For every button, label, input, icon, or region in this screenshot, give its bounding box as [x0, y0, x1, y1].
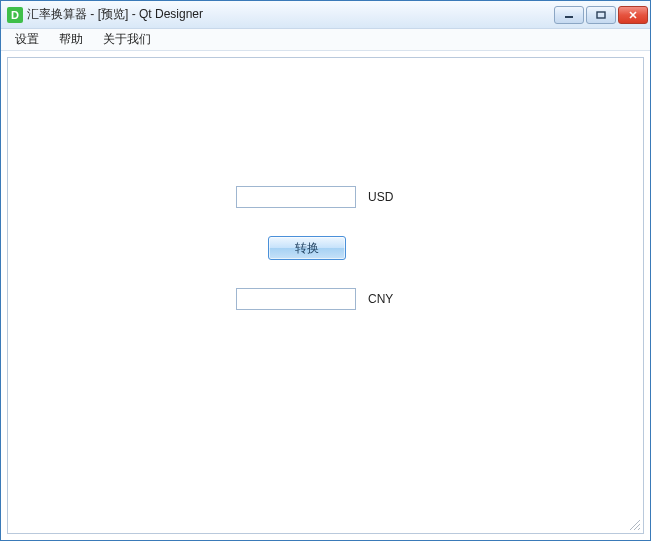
minimize-icon	[564, 11, 574, 19]
application-window: D 汇率换算器 - [预览] - Qt Designer 设置 帮助 关于我们 …	[0, 0, 651, 541]
resize-grip-icon[interactable]	[627, 517, 641, 531]
convert-button[interactable]: 转换	[268, 236, 346, 260]
menu-settings[interactable]: 设置	[5, 29, 49, 50]
titlebar[interactable]: D 汇率换算器 - [预览] - Qt Designer	[1, 1, 650, 29]
window-controls	[554, 6, 648, 24]
convert-row: 转换	[268, 236, 346, 260]
minimize-button[interactable]	[554, 6, 584, 24]
maximize-button[interactable]	[586, 6, 616, 24]
cny-input[interactable]	[236, 288, 356, 310]
menu-about[interactable]: 关于我们	[93, 29, 161, 50]
close-icon	[628, 11, 638, 19]
svg-rect-0	[565, 16, 573, 18]
app-icon: D	[7, 7, 23, 23]
cny-row: CNY	[236, 288, 393, 310]
close-button[interactable]	[618, 6, 648, 24]
maximize-icon	[596, 11, 606, 19]
usd-input[interactable]	[236, 186, 356, 208]
menu-help[interactable]: 帮助	[49, 29, 93, 50]
window-title: 汇率换算器 - [预览] - Qt Designer	[27, 6, 554, 23]
usd-label: USD	[368, 190, 393, 204]
usd-row: USD	[236, 186, 393, 208]
svg-line-6	[638, 528, 640, 530]
svg-rect-1	[597, 12, 605, 18]
client-area: USD 转换 CNY	[7, 57, 644, 534]
menubar: 设置 帮助 关于我们	[1, 29, 650, 51]
cny-label: CNY	[368, 292, 393, 306]
